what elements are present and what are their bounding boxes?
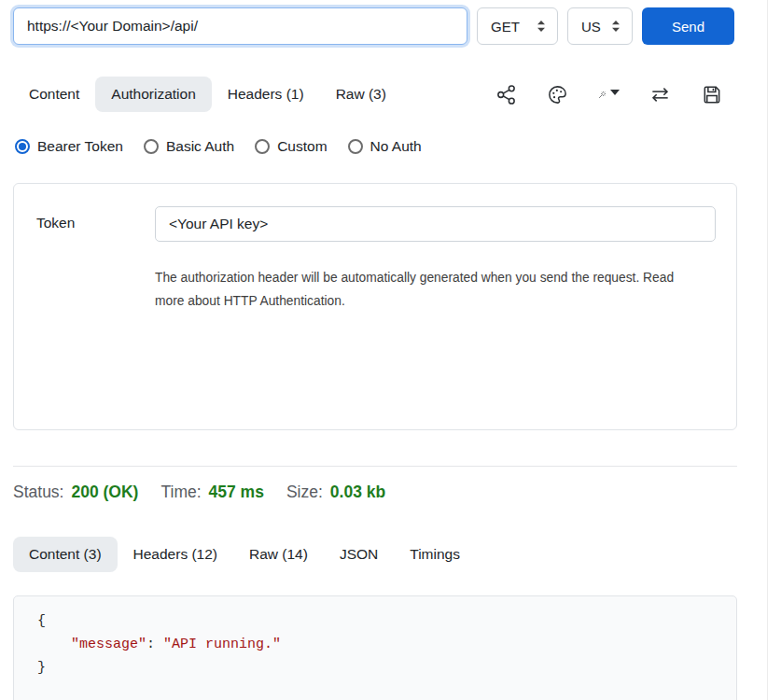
radio-selected-icon (15, 139, 30, 154)
radio-no-auth[interactable]: No Auth (348, 138, 422, 155)
radio-unselected-icon (255, 139, 270, 154)
size-value: 0.03 kb (330, 483, 385, 502)
radio-basic-auth[interactable]: Basic Auth (144, 138, 234, 155)
time-item: Time: 457 ms (160, 483, 263, 502)
swap-arrows-icon[interactable] (649, 84, 671, 105)
auth-token-panel: Token The authorization header will be a… (13, 183, 737, 430)
token-label: Token (36, 206, 155, 429)
time-value: 457 ms (209, 483, 264, 502)
radio-label: Custom (277, 138, 327, 155)
size-item: Size: 0.03 kb (286, 483, 385, 502)
token-helper-text: The authorization header will be automat… (155, 266, 698, 313)
toolbar-icon-group (495, 84, 722, 105)
tab-content[interactable]: Content (13, 77, 95, 112)
tab-response-headers[interactable]: Headers (12) (118, 537, 233, 572)
tab-response-json[interactable]: JSON (324, 537, 394, 572)
radio-label: No Auth (370, 138, 422, 155)
auth-options: Bearer Token Basic Auth Custom No Auth (15, 138, 781, 155)
tab-response-raw[interactable]: Raw (14) (233, 537, 324, 572)
tab-response-content[interactable]: Content (3) (13, 537, 118, 572)
response-body[interactable]: { "message": "API running." } (13, 595, 737, 700)
updown-arrows-icon (609, 19, 622, 34)
json-key: "message" (71, 637, 146, 652)
page-right-divider (767, 0, 768, 700)
token-input[interactable] (155, 206, 716, 242)
response-summary: Status: 200 (OK) Time: 457 ms Size: 0.03… (13, 483, 781, 502)
region-select[interactable]: US (567, 7, 633, 45)
magic-wand-icon[interactable] (598, 84, 620, 105)
radio-label: Basic Auth (166, 138, 234, 155)
tab-response-timings[interactable]: Timings (394, 537, 476, 572)
json-separator: : (146, 637, 163, 652)
save-icon[interactable] (701, 84, 722, 105)
time-label: Time: (160, 483, 201, 502)
json-close-brace: } (37, 660, 46, 676)
request-bar: GET US Send (0, 0, 781, 45)
json-indent (37, 637, 71, 652)
palette-icon[interactable] (547, 84, 568, 105)
tab-authorization[interactable]: Authorization (95, 77, 211, 112)
tab-raw[interactable]: Raw (3) (320, 77, 402, 112)
tab-headers[interactable]: Headers (1) (212, 77, 320, 112)
response-tab-row: Content (3) Headers (12) Raw (14) JSON T… (13, 537, 781, 572)
section-divider (13, 466, 737, 467)
region-select-value: US (581, 19, 601, 35)
size-label: Size: (286, 483, 323, 502)
radio-unselected-icon (144, 139, 159, 154)
status-item: Status: 200 (OK) (13, 483, 138, 502)
updown-arrows-icon (535, 19, 548, 34)
radio-label: Bearer Token (37, 138, 123, 155)
method-select-value: GET (491, 19, 520, 35)
json-value: "API running." (163, 637, 281, 652)
json-open-brace: { (37, 613, 46, 629)
request-tab-row: Content Authorization Headers (1) Raw (3… (13, 77, 768, 112)
url-input[interactable] (13, 7, 467, 45)
method-select[interactable]: GET (477, 7, 558, 45)
radio-bearer-token[interactable]: Bearer Token (15, 138, 123, 155)
status-value: 200 (OK) (71, 483, 138, 502)
chevron-down-icon (610, 90, 620, 95)
status-label: Status: (13, 483, 63, 502)
radio-unselected-icon (348, 139, 363, 154)
share-icon[interactable] (495, 84, 517, 105)
send-button[interactable]: Send (642, 7, 734, 45)
radio-custom[interactable]: Custom (255, 138, 327, 155)
